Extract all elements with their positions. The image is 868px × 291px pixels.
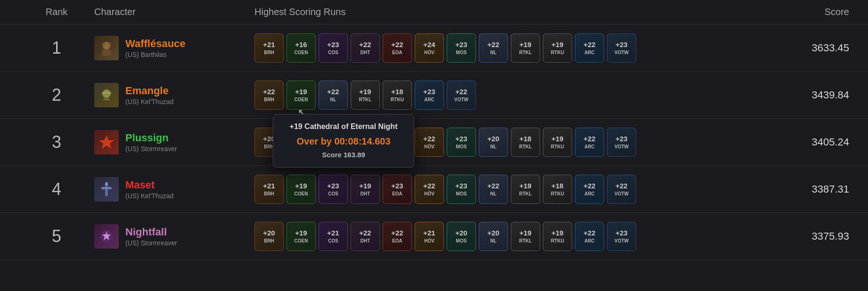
run-badge-BRH[interactable]: +20BRH [254, 222, 284, 251]
run-badge-MOS[interactable]: +23MOS [447, 175, 476, 204]
run-badge-RTKU[interactable]: +19RTKU [543, 33, 572, 63]
run-badge-VOTW[interactable]: +23VOTW [607, 222, 636, 251]
leaderboard-row: 4Maset(US) Kel'Thuzad+21BRH+19COEN+23COS… [0, 166, 868, 213]
run-dungeon: COS [328, 144, 338, 150]
run-badge-COS[interactable]: +23COS [319, 33, 348, 63]
run-badge-VOTW[interactable]: +23VOTW [607, 128, 636, 157]
run-badge-DHT[interactable]: +22DHT [351, 222, 380, 251]
run-badge-VOTW[interactable]: +23VOTW [607, 33, 636, 63]
run-level: +19 [519, 228, 531, 238]
run-badge-RTKU[interactable]: +19RTKU [543, 222, 572, 251]
char-name[interactable]: Nightfall [125, 226, 177, 238]
run-level: +23 [327, 40, 339, 49]
char-info: Emangle(US) Kel'Thuzad [125, 85, 173, 105]
char-name[interactable]: Emangle [125, 85, 173, 97]
run-badge-COS[interactable]: +21COS [319, 222, 348, 251]
run-badge-COEN[interactable]: +19COEN+19 Cathedral of Eternal NightOve… [287, 81, 316, 110]
run-badge-ARC[interactable]: +22ARC [575, 33, 604, 63]
run-badge-EOA[interactable]: +22EOA [383, 33, 412, 63]
run-badge-ARC[interactable]: +22ARC [575, 128, 604, 157]
run-badge-VOTW[interactable]: +22VOTW [447, 81, 476, 110]
run-badge-VOTW[interactable]: +22VOTW [607, 175, 636, 204]
run-level: +18 [391, 87, 403, 97]
leaderboard-row: 5Nightfall(US) Stormreaver+20BRH+19COEN+… [0, 213, 868, 260]
run-badge-ARC[interactable]: +23ARC [415, 81, 444, 110]
run-badge-MOS[interactable]: +23MOS [447, 128, 476, 157]
avatar [94, 177, 119, 202]
run-badge-EOA[interactable]: +22EOA [383, 128, 412, 157]
run-badge-RTKL[interactable]: +19RTKL [351, 81, 380, 110]
run-badge-BRH[interactable]: +20BRH [254, 128, 284, 157]
run-level: +23 [455, 40, 467, 49]
run-badge-RTKL[interactable]: +19RTKL [511, 175, 540, 204]
run-level: +20 [487, 134, 499, 144]
run-level: +19 [519, 40, 531, 49]
run-badge-COEN[interactable]: +18COEN [287, 128, 316, 157]
table-row-5: 5Nightfall(US) Stormreaver+20BRH+19COEN+… [0, 213, 868, 260]
run-badge-BRH[interactable]: +22BRH [254, 81, 284, 110]
char-name[interactable]: Maset [125, 179, 173, 191]
run-badge-RTKL[interactable]: +19RTKL [511, 222, 540, 251]
run-level: +19 [295, 181, 307, 191]
run-level: +22 [455, 87, 467, 97]
char-name[interactable]: Plussign [125, 132, 177, 144]
run-dungeon: ARC [584, 144, 595, 150]
run-badge-HÖV[interactable]: +24HÖV [415, 33, 444, 63]
run-dungeon: COEN [295, 191, 308, 197]
run-badge-MOS[interactable]: +20MOS [447, 222, 476, 251]
run-badge-NL[interactable]: +20NL [479, 222, 508, 251]
run-badge-EOA[interactable]: +23EOA [383, 175, 412, 204]
run-dungeon: RTKU [551, 191, 564, 197]
run-badge-NL[interactable]: +22NL [479, 175, 508, 204]
svg-marker-5 [99, 136, 114, 149]
run-badge-RTKL[interactable]: +19RTKL [511, 33, 540, 63]
run-badge-ARC[interactable]: +22ARC [575, 175, 604, 204]
leaderboard-row: 2Emangle(US) Kel'Thuzad+22BRH+19COEN+19 … [0, 72, 868, 119]
char-realm: (US) Kel'Thuzad [125, 192, 173, 200]
run-dungeon: VOTW [454, 97, 468, 103]
run-badge-BRH[interactable]: +21BRH [254, 175, 284, 204]
run-badge-COS[interactable]: +23COS [319, 175, 348, 204]
char-name[interactable]: Wafflésauce [125, 38, 186, 50]
runs-cell: +22BRH+19COEN+19 Cathedral of Eternal Ni… [245, 81, 764, 110]
run-level: +23 [615, 228, 627, 238]
run-badge-DHT[interactable]: +22DHT [351, 33, 380, 63]
run-badge-NL[interactable]: +22NL [319, 81, 348, 110]
run-dungeon: COS [328, 49, 338, 56]
run-level: +18 [551, 181, 563, 191]
run-badge-BRH[interactable]: +21BRH [254, 33, 284, 63]
table-row-3: 3Plussign(US) Stormreaver+20BRH+18COEN+2… [0, 119, 868, 166]
run-level: +19 [295, 87, 307, 97]
run-badge-HÖV[interactable]: +22HÖV [415, 175, 444, 204]
run-badge-DHT[interactable]: +22DHT [351, 128, 380, 157]
character-cell-3: Maset(US) Kel'Thuzad [94, 177, 245, 202]
run-badge-NL[interactable]: +22NL [479, 33, 508, 63]
run-level: +19 [359, 181, 371, 191]
run-badge-COEN[interactable]: +19COEN [287, 222, 316, 251]
run-badge-RTKL[interactable]: +18RTKL [511, 128, 540, 157]
run-badge-COEN[interactable]: +19COEN [287, 175, 316, 204]
run-badge-EOA[interactable]: +22EOA [383, 222, 412, 251]
run-badge-HÖV[interactable]: +22HÖV [415, 128, 444, 157]
run-dungeon: ARC [584, 238, 595, 244]
run-level: +19 [519, 181, 531, 191]
run-badge-COS[interactable]: +21COS [319, 128, 348, 157]
run-badge-MOS[interactable]: +23MOS [447, 33, 476, 63]
run-level: +22 [423, 181, 435, 191]
run-badge-RTKU[interactable]: +18RTKU [383, 81, 412, 110]
run-dungeon: RTKL [519, 238, 532, 244]
run-badge-NL[interactable]: +20NL [479, 128, 508, 157]
run-badge-COEN[interactable]: +16COEN [287, 33, 316, 63]
run-badge-DHT[interactable]: +19DHT [351, 175, 380, 204]
run-badge-RTKU[interactable]: +19RTKU [543, 128, 572, 157]
run-badge-ARC[interactable]: +22ARC [575, 222, 604, 251]
run-level: +24 [423, 40, 435, 49]
run-badge-RTKU[interactable]: +18RTKU [543, 175, 572, 204]
run-level: +23 [455, 181, 467, 191]
score-value: 3633.45 [764, 42, 849, 54]
run-dungeon: ARC [424, 97, 434, 103]
run-dungeon: VOTW [614, 191, 629, 197]
run-level: +21 [263, 181, 275, 191]
table-header: Rank Character Highest Scoring Runs Scor… [0, 0, 868, 24]
run-badge-HÖV[interactable]: +21HÖV [415, 222, 444, 251]
